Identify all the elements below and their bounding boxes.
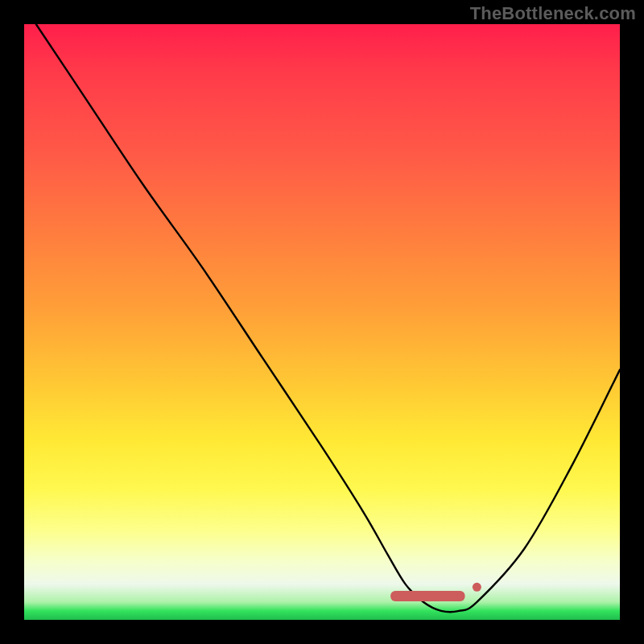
bottleneck-curve — [36, 24, 620, 612]
optimal-range-end-dot — [473, 583, 481, 592]
watermark-text: TheBottleneck.com — [470, 3, 636, 24]
bottleneck-curve-svg — [24, 24, 620, 620]
optimal-range-pill — [390, 591, 464, 601]
plot-area — [24, 24, 620, 620]
chart-frame: TheBottleneck.com — [0, 0, 644, 644]
